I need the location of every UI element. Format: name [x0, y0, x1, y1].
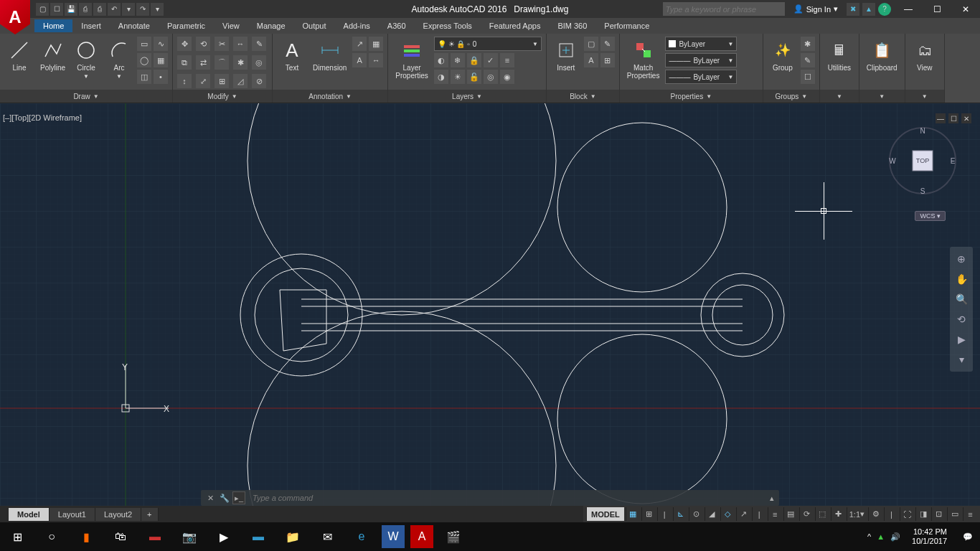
full-nav-icon[interactable]: ⊕	[951, 250, 971, 268]
line-button[interactable]: Line	[4, 37, 34, 73]
vp-max-icon[interactable]: ☐	[948, 113, 958, 123]
hatch-icon[interactable]: ▦	[154, 53, 168, 67]
zoom-icon[interactable]: 🔍	[951, 290, 971, 309]
movies-icon[interactable]: ▶	[207, 522, 241, 551]
offset-icon[interactable]: ◎	[252, 55, 266, 70]
text-button[interactable]: AText	[277, 37, 307, 73]
autocad-task-icon[interactable]: A	[410, 525, 433, 548]
system-clock[interactable]: 10:42 PM 10/1/2017	[906, 527, 953, 546]
minimize-button[interactable]: —	[894, 0, 923, 18]
create-block-icon[interactable]: ▢	[584, 37, 598, 51]
laymcur-icon[interactable]: ✓	[484, 53, 498, 67]
tab-insert[interactable]: Insert	[72, 19, 110, 32]
block-mgr-icon[interactable]: ⊞	[600, 53, 615, 67]
group-button[interactable]: ✨Group	[768, 37, 798, 73]
close-button[interactable]: ✕	[951, 0, 980, 18]
array-icon[interactable]: ⊞	[215, 74, 229, 88]
status-grid-icon[interactable]: ▦	[626, 507, 640, 521]
insert-block-button[interactable]: Insert	[551, 37, 581, 73]
drawing-canvas[interactable]: [–][Top][2D Wireframe] — ☐ ✕ Y X	[0, 103, 980, 506]
arc-button[interactable]: Arc▼	[104, 37, 134, 81]
task-app2-icon[interactable]: ▬	[138, 522, 172, 551]
status-osnap-icon[interactable]: ◇	[720, 507, 735, 521]
vp-close-icon[interactable]: ✕	[961, 113, 971, 123]
cmd-history-icon[interactable]: ▴	[765, 494, 779, 503]
tab-model[interactable]: Model	[9, 508, 50, 521]
dimension-button[interactable]: Dimension	[310, 37, 349, 73]
command-input[interactable]	[248, 494, 765, 502]
tab-layout2[interactable]: Layout2	[95, 508, 141, 521]
a360-icon[interactable]: ▲	[862, 3, 875, 16]
tab-express[interactable]: Express Tools	[415, 19, 481, 32]
chamfer-icon[interactable]: ◿	[233, 74, 248, 88]
polyline-button[interactable]: Polyline	[37, 37, 68, 73]
lineweight-dropdown[interactable]: ——— ByLayer▼	[665, 53, 737, 67]
table-icon[interactable]: ▦	[369, 37, 383, 51]
spline-icon[interactable]: ∿	[154, 37, 168, 51]
status-hw-icon[interactable]: ⊡	[931, 507, 946, 521]
help-search-input[interactable]	[663, 2, 785, 16]
status-dyn-icon[interactable]: ✚	[831, 507, 845, 521]
clipboard-button[interactable]: 📋Clipboard	[864, 37, 900, 73]
panel-draw-title[interactable]: Draw▼	[0, 90, 172, 103]
scale-icon[interactable]: ⤢	[196, 74, 210, 88]
mtext-icon[interactable]: A	[352, 53, 367, 67]
status-custom-icon[interactable]: ≡	[963, 507, 977, 521]
layiso-icon[interactable]: ◎	[484, 70, 498, 84]
panel-modify-title[interactable]: Modify▼	[173, 90, 272, 103]
attr-icon[interactable]: A	[584, 53, 598, 67]
rotate-icon[interactable]: ⟲	[196, 37, 210, 51]
stretch-icon[interactable]: ↕	[177, 74, 192, 88]
tray-up-icon[interactable]: ^	[867, 532, 871, 541]
word-icon[interactable]: W	[382, 525, 405, 548]
orbit-icon[interactable]: ⟲	[951, 310, 971, 329]
clapper-icon[interactable]: 🎬	[436, 522, 471, 551]
signin-button[interactable]: 👤 Sign In ▾	[788, 4, 844, 14]
start-button[interactable]: ⊞	[0, 522, 34, 551]
copy-icon[interactable]: ⧉	[177, 55, 192, 70]
maximize-button[interactable]: ☐	[923, 0, 951, 18]
status-otrack-icon[interactable]: ↗	[736, 507, 750, 521]
status-clean-icon[interactable]: ▭	[947, 507, 961, 521]
layuniso-icon[interactable]: ◉	[500, 70, 514, 84]
panel-groups-title[interactable]: Groups▼	[763, 90, 819, 103]
task-app1-icon[interactable]: ▮	[69, 522, 103, 551]
notifications-icon[interactable]: 💬	[958, 532, 977, 542]
cortana-icon[interactable]: ○	[34, 522, 69, 551]
laylck-icon[interactable]: 🔒	[467, 53, 481, 67]
status-ortho-icon[interactable]: ⊾	[673, 507, 687, 521]
qat-open-icon[interactable]: ☐	[50, 3, 63, 16]
group-sel-icon[interactable]: ☐	[801, 70, 815, 84]
laymch-icon[interactable]: ≡	[500, 53, 514, 67]
tab-featured[interactable]: Featured Apps	[481, 19, 550, 32]
group-edit-icon[interactable]: ✎	[801, 53, 815, 67]
qat-plot-icon[interactable]: ⎙	[93, 3, 106, 16]
status-iso-icon[interactable]: ◢	[705, 507, 719, 521]
task-app3-icon[interactable]: ▬	[241, 522, 275, 551]
trim-icon[interactable]: ✂	[215, 37, 229, 51]
qat-undo-icon[interactable]: ↶	[108, 3, 121, 16]
status-scale[interactable]: 1:1 ▾	[847, 507, 867, 521]
tab-bim360[interactable]: BIM 360	[549, 19, 595, 32]
region-icon[interactable]: ◫	[137, 70, 151, 84]
break-icon[interactable]: ⊘	[252, 74, 266, 88]
tab-layout1[interactable]: Layout1	[50, 508, 95, 521]
store-icon[interactable]: 🛍	[103, 522, 138, 551]
tab-performance[interactable]: Performance	[595, 19, 658, 32]
panel-view-title[interactable]: ▼	[905, 90, 944, 103]
pan-icon[interactable]: ✋	[951, 270, 971, 288]
qat-undo-drop-icon[interactable]: ▾	[122, 3, 135, 16]
status-model[interactable]: MODEL	[586, 507, 624, 521]
layer-properties-button[interactable]: Layer Properties	[392, 37, 431, 81]
explorer-icon[interactable]: 📁	[275, 522, 310, 551]
nav-more-icon[interactable]: ▾	[951, 350, 971, 369]
fillet-icon[interactable]: ⌒	[215, 55, 229, 70]
tab-output[interactable]: Output	[294, 19, 335, 32]
showmotion-icon[interactable]: ▶	[951, 330, 971, 349]
color-dropdown[interactable]: ByLayer▼	[665, 37, 737, 51]
tab-addins[interactable]: Add-ins	[335, 19, 379, 32]
tab-annotate[interactable]: Annotate	[110, 19, 159, 32]
leader-icon[interactable]: ↗	[352, 37, 367, 51]
help-icon[interactable]: ?	[878, 3, 891, 16]
ungroup-icon[interactable]: ✱	[801, 37, 815, 51]
